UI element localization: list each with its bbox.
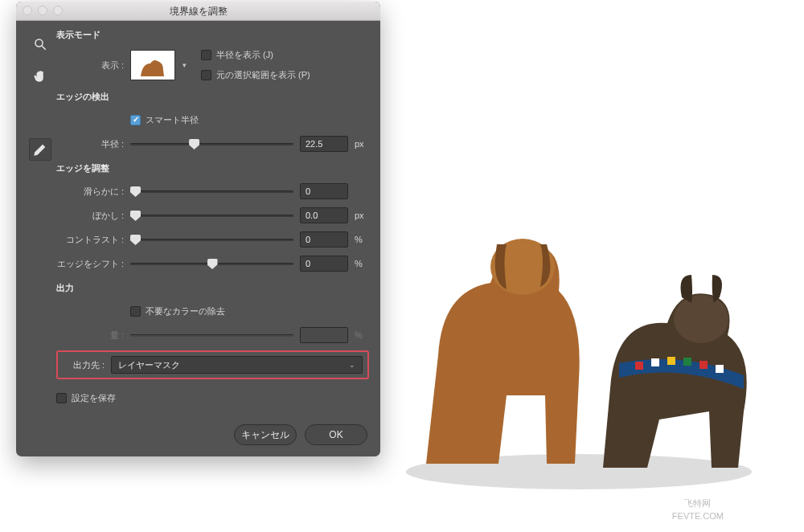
preview-thumbnail[interactable] bbox=[130, 50, 175, 80]
section-output: 出力 不要なカラーの除去 量 : bbox=[56, 282, 369, 379]
smooth-slider[interactable] bbox=[130, 185, 293, 198]
remember-settings-row[interactable]: 設定を保存 bbox=[56, 392, 116, 404]
feather-label: ぼかし : bbox=[56, 210, 130, 222]
dialog-footer: キャンセル OK bbox=[16, 416, 380, 456]
contrast-slider[interactable] bbox=[130, 233, 293, 246]
show-original-checkbox[interactable] bbox=[201, 70, 211, 80]
dialog-title: 境界線を調整 bbox=[170, 6, 228, 17]
feather-unit: px bbox=[355, 211, 369, 220]
section-title-adjust-edge: エッジを調整 bbox=[56, 162, 369, 174]
svg-rect-8 bbox=[716, 365, 724, 373]
svg-point-9 bbox=[35, 39, 43, 47]
canvas-image bbox=[378, 154, 780, 500]
smooth-input[interactable]: 0 bbox=[300, 183, 348, 199]
feather-input[interactable]: 0.0 bbox=[300, 207, 348, 223]
remember-settings-label: 設定を保存 bbox=[72, 392, 116, 404]
output-to-highlight: 出力先 : レイヤーマスク ⌄ bbox=[56, 350, 369, 379]
zoom-tool-icon[interactable] bbox=[31, 35, 49, 53]
chevron-down-icon: ⌄ bbox=[349, 361, 355, 369]
output-to-select[interactable]: レイヤーマスク ⌄ bbox=[111, 356, 363, 374]
titlebar: 境界線を調整 bbox=[16, 2, 380, 21]
tool-column bbox=[24, 29, 56, 408]
section-title-edge-detection: エッジの検出 bbox=[56, 91, 369, 103]
output-to-label: 出力先 : bbox=[63, 359, 111, 371]
contrast-input[interactable]: 0 bbox=[300, 231, 348, 248]
smooth-label: 滑らかに : bbox=[56, 186, 130, 198]
svg-rect-3 bbox=[635, 362, 643, 370]
section-title-display-mode: 表示モード bbox=[56, 29, 369, 41]
cancel-button[interactable]: キャンセル bbox=[234, 424, 297, 445]
watermark: 飞特网 FEVTE.COM bbox=[672, 497, 724, 522]
feather-slider[interactable] bbox=[130, 209, 293, 222]
smart-radius-checkbox-row[interactable]: スマート半径 bbox=[130, 114, 199, 126]
radius-unit: px bbox=[355, 139, 369, 149]
radius-slider[interactable] bbox=[130, 137, 293, 150]
svg-rect-7 bbox=[699, 361, 708, 369]
output-to-value: レイヤーマスク bbox=[118, 359, 180, 371]
smart-radius-label: スマート半径 bbox=[146, 114, 199, 126]
preview-dropdown-chevron-icon[interactable]: ▾ bbox=[178, 50, 190, 80]
shift-input[interactable]: 0 bbox=[300, 256, 348, 272]
refine-edge-dialog: 境界線を調整 表示モード 表示 : bbox=[16, 2, 380, 456]
watermark-line2: FEVTE.COM bbox=[672, 510, 724, 522]
svg-point-2 bbox=[674, 295, 728, 343]
svg-line-10 bbox=[42, 46, 46, 50]
amount-slider bbox=[130, 329, 293, 342]
amount-label: 量 : bbox=[56, 329, 130, 342]
svg-rect-6 bbox=[683, 358, 691, 366]
decontaminate-label: 不要なカラーの除去 bbox=[146, 305, 225, 317]
svg-rect-4 bbox=[651, 358, 659, 366]
show-radius-checkbox-row[interactable]: 半径を表示 (J) bbox=[201, 49, 310, 61]
shift-slider[interactable] bbox=[130, 257, 293, 270]
remember-settings-checkbox[interactable] bbox=[56, 393, 67, 403]
show-original-checkbox-row[interactable]: 元の選択範囲を表示 (P) bbox=[201, 69, 310, 81]
contrast-label: コントラスト : bbox=[56, 234, 130, 246]
show-label: 表示 : bbox=[56, 59, 130, 72]
decontaminate-checkbox[interactable] bbox=[130, 306, 141, 317]
shift-label: エッジをシフト : bbox=[56, 258, 130, 270]
show-radius-checkbox[interactable] bbox=[201, 50, 211, 60]
section-title-output: 出力 bbox=[56, 282, 369, 294]
section-display-mode: 表示モード 表示 : ▾ bbox=[56, 29, 369, 81]
contrast-unit: % bbox=[355, 235, 369, 244]
window-controls bbox=[23, 6, 63, 15]
smart-radius-checkbox[interactable] bbox=[130, 115, 141, 125]
section-adjust-edge: エッジを調整 滑らかに : 0 ぼかし : bbox=[56, 162, 369, 272]
zoom-dot[interactable] bbox=[53, 6, 63, 15]
watermark-line1: 飞特网 bbox=[672, 497, 724, 509]
decontaminate-checkbox-row[interactable]: 不要なカラーの除去 bbox=[130, 305, 225, 317]
amount-unit: % bbox=[355, 330, 369, 340]
minimize-dot[interactable] bbox=[38, 6, 47, 15]
amount-input bbox=[300, 327, 348, 343]
section-edge-detection: エッジの検出 スマート半径 半径 : bbox=[56, 91, 369, 153]
refine-brush-tool-icon[interactable] bbox=[29, 138, 51, 161]
close-dot[interactable] bbox=[23, 6, 32, 15]
svg-rect-5 bbox=[667, 357, 675, 365]
show-original-label: 元の選択範囲を表示 (P) bbox=[216, 69, 310, 81]
hand-tool-icon[interactable] bbox=[31, 68, 49, 85]
shift-unit: % bbox=[355, 259, 369, 268]
radius-input[interactable]: 22.5 bbox=[300, 136, 348, 152]
show-radius-label: 半径を表示 (J) bbox=[216, 49, 273, 61]
ok-button[interactable]: OK bbox=[305, 424, 367, 445]
radius-label: 半径 : bbox=[56, 138, 130, 150]
